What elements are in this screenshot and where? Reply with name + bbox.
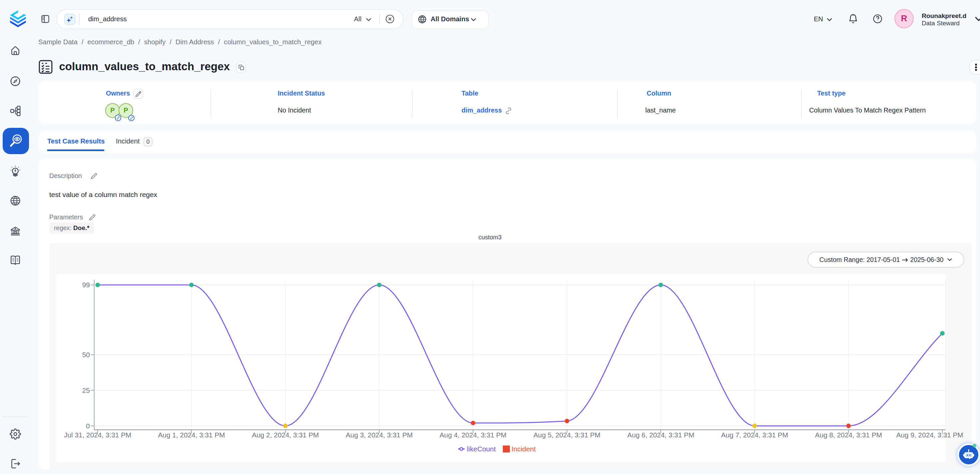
svg-text:0: 0: [86, 422, 90, 430]
svg-text:Aug 6, 2024, 3:31 PM: Aug 6, 2024, 3:31 PM: [627, 431, 694, 439]
svg-text:Aug 2, 2024, 3:31 PM: Aug 2, 2024, 3:31 PM: [252, 431, 319, 439]
svg-text:Aug 8, 2024, 3:31 PM: Aug 8, 2024, 3:31 PM: [815, 431, 882, 439]
svg-text:25: 25: [82, 387, 90, 394]
svg-text:99: 99: [82, 281, 90, 289]
svg-text:likeCount: likeCount: [467, 445, 496, 453]
svg-text:Aug 7, 2024, 3:31 PM: Aug 7, 2024, 3:31 PM: [721, 431, 788, 439]
svg-text:Aug 3, 2024, 3:31 PM: Aug 3, 2024, 3:31 PM: [346, 431, 412, 439]
svg-text:Aug 4, 2024, 3:31 PM: Aug 4, 2024, 3:31 PM: [439, 431, 506, 439]
svg-text:Incident: Incident: [511, 445, 536, 453]
svg-text:Jul 31, 2024, 3:31 PM: Jul 31, 2024, 3:31 PM: [64, 431, 131, 439]
svg-text:Aug 5, 2024, 3:31 PM: Aug 5, 2024, 3:31 PM: [533, 431, 600, 439]
svg-text:Aug 1, 2024, 3:31 PM: Aug 1, 2024, 3:31 PM: [158, 431, 225, 439]
svg-text:Aug 9, 2024, 3:31 PM: Aug 9, 2024, 3:31 PM: [896, 431, 963, 439]
svg-text:50: 50: [82, 351, 90, 358]
